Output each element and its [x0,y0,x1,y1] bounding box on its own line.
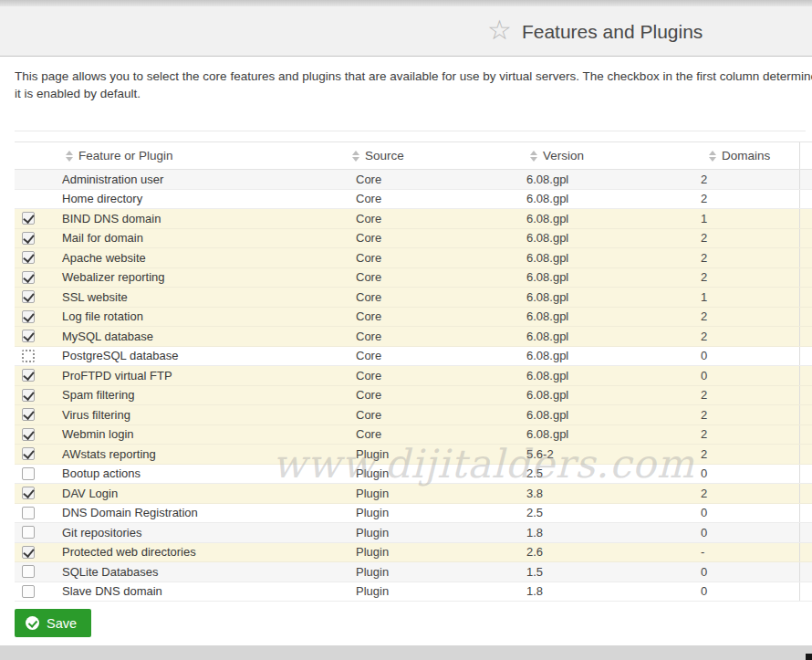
feature-name-cell: Virus filtering [55,405,347,424]
feature-checkbox[interactable] [22,232,35,245]
feature-checkbox[interactable] [22,212,35,225]
domains-cell: 1 [695,288,800,307]
page-description: This page allows you to select the core … [15,68,812,102]
source-cell: Plugin [347,504,520,523]
version-cell: 1.5 [520,562,695,581]
star-icon: ☆ [487,16,512,44]
domains-cell: 2 [695,405,800,424]
spacer-cell [800,288,812,307]
table-row: Slave DNS domainPlugin1.80 [15,582,812,602]
feature-checkbox[interactable] [22,310,35,323]
domains-cell: 1 [695,209,800,228]
page-title-group: ☆ Features and Plugins [487,6,703,57]
spacer-cell [800,386,812,405]
spacer-cell [800,405,812,424]
source-cell: Plugin [347,484,520,503]
feature-name-cell: Webalizer reporting [55,268,347,288]
feature-name-cell: Spam filtering [55,386,347,405]
source-cell: Core [347,425,520,445]
version-cell: 6.08.gpl [520,268,695,288]
table-row: ProFTPD virtual FTPCore6.08.gpl0 [15,366,812,386]
spacer-cell [800,484,812,503]
spacer-column-header [800,142,812,169]
source-cell: Core [347,170,520,189]
source-cell: Core [347,347,520,366]
version-cell: 6.08.gpl [520,327,695,346]
feature-name-cell: SSL website [55,288,347,307]
table-row: Mail for domainCore6.08.gpl2 [15,229,812,249]
version-cell: 2.5 [520,504,695,523]
checkbox-cell [15,445,55,464]
feature-name-cell: Apache website [55,248,347,267]
feature-checkbox[interactable] [22,428,35,441]
checkbox-cell [15,308,55,327]
checkbox-cell [15,229,55,248]
column-header-feature[interactable]: Feature or Plugin [55,142,347,169]
feature-name-cell: Slave DNS domain [55,582,347,602]
feature-name-cell: AWstats reporting [55,445,347,464]
feature-checkbox[interactable] [22,271,35,284]
checkbox-cell [15,465,55,484]
feature-name-cell: Protected web directories [55,543,347,562]
window-top-strip [0,0,812,6]
feature-name-cell: Mail for domain [55,229,347,248]
domains-cell: 2 [695,229,800,248]
feature-name-cell: ProFTPD virtual FTP [55,366,347,385]
checkbox-cell [15,288,55,307]
domains-cell: 2 [695,308,800,327]
spacer-cell [800,268,812,288]
checkbox-cell [15,170,55,189]
column-header-domains[interactable]: Domains [695,142,800,169]
feature-checkbox[interactable] [22,290,35,303]
checkbox-cell [15,484,55,503]
feature-checkbox[interactable] [22,447,35,460]
feature-name-cell: DNS Domain Registration [55,504,347,523]
version-cell: 6.08.gpl [520,248,695,267]
feature-checkbox[interactable] [22,487,35,499]
version-cell: 2.5 [520,465,695,484]
feature-checkbox[interactable] [22,546,35,559]
spacer-cell [800,445,812,464]
save-button[interactable]: Save [15,609,91,637]
feature-name-cell: PostgreSQL database [55,347,347,366]
version-cell: 1.8 [520,582,695,602]
feature-name-cell: Webmin login [55,425,347,445]
table-header-row: Feature or Plugin Source Version Domains [15,141,812,170]
table-row: Home directoryCore6.08.gpl2 [15,190,812,210]
checkbox-cell [15,327,55,346]
column-header-version[interactable]: Version [520,142,695,169]
domains-cell: 2 [695,425,800,445]
feature-checkbox[interactable] [22,389,35,402]
checkbox-cell [15,366,55,385]
table-row: SQLite DatabasesPlugin1.50 [15,562,812,582]
feature-checkbox[interactable] [22,408,35,421]
sort-icon[interactable] [66,151,73,162]
feature-checkbox[interactable] [22,526,35,539]
feature-checkbox[interactable] [22,251,35,264]
feature-checkbox[interactable] [22,350,35,362]
feature-checkbox[interactable] [22,369,35,382]
source-cell: Core [347,288,520,307]
column-header-source[interactable]: Source [347,142,520,169]
sort-icon[interactable] [530,151,537,162]
checkbox-cell [15,562,55,581]
table-row: Git repositoriesPlugin1.80 [15,523,812,543]
version-cell: 6.08.gpl [520,209,695,228]
source-cell: Core [347,366,520,385]
column-header-label: Domains [722,149,770,162]
checkbox-cell [15,405,55,424]
feature-checkbox[interactable] [22,585,35,598]
spacer-cell [800,308,812,327]
version-cell: 6.08.gpl [520,308,695,327]
checkbox-cell [15,386,55,405]
sort-icon[interactable] [352,151,359,162]
table-row: Virus filteringCore6.08.gpl2 [15,405,812,425]
feature-checkbox[interactable] [22,507,35,519]
spacer-cell [800,209,812,228]
feature-checkbox[interactable] [22,467,35,480]
feature-checkbox[interactable] [22,565,35,578]
feature-checkbox[interactable] [22,330,35,342]
table-row: Webalizer reportingCore6.08.gpl2 [15,268,812,288]
sort-icon[interactable] [709,151,716,162]
version-cell: 6.08.gpl [520,229,695,248]
